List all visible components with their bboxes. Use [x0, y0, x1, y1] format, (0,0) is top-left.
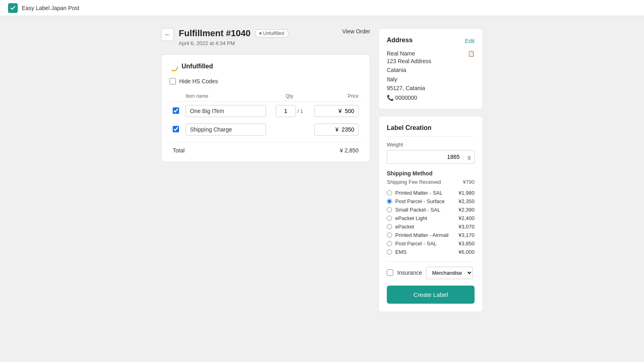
- shipping-option: EMS¥6,000: [387, 249, 475, 255]
- shipping-option: ePacket¥3,070: [387, 224, 475, 230]
- merchandise-select[interactable]: MerchandiseGiftDocumentsSample: [426, 267, 473, 279]
- address-postal: 95127, Catania: [387, 84, 475, 93]
- shipping-label-5[interactable]: Printed Matter - Airmail: [395, 232, 448, 238]
- item-qty-cell: [269, 120, 310, 139]
- insurance-label[interactable]: Insurance: [397, 269, 422, 276]
- item-checkbox-cell: [169, 120, 182, 139]
- items-table: Item name Qty Price / 1: [169, 91, 362, 139]
- unfulfilled-icon: [169, 63, 178, 72]
- shipping-fee-label: Shipping Fee Received: [387, 179, 441, 185]
- shipping-price-0: ¥1,980: [458, 190, 475, 196]
- top-bar: Easy Label Japan Post: [0, 0, 644, 16]
- item-price-cell: [310, 102, 362, 121]
- insurance-row: Insurance MerchandiseGiftDocumentsSample: [387, 267, 475, 279]
- item-price-cell: [310, 120, 362, 139]
- shipping-label-2[interactable]: Small Packet - SAL: [395, 207, 440, 213]
- col-item-name: Item name: [182, 91, 269, 102]
- status-badge: Unfulfilled: [255, 29, 289, 37]
- label-creation-card: Label Creation Weight g Shipping Method …: [378, 116, 483, 312]
- page-header-left: ← Fulfillment #1040 Unfulfilled April 6,…: [161, 28, 289, 46]
- shipping-radio-0[interactable]: [387, 190, 392, 195]
- shipping-label-6[interactable]: Post Parcel - SAL: [395, 241, 437, 247]
- weight-input[interactable]: [387, 150, 475, 164]
- edit-address-link[interactable]: Edit: [465, 38, 475, 44]
- shipping-options: Printed Matter - SAL¥1,980Post Parcel - …: [387, 190, 475, 255]
- shipping-label-7[interactable]: EMS: [395, 249, 407, 255]
- copy-icon[interactable]: 📋: [468, 50, 475, 57]
- phone-icon: 📞: [387, 95, 394, 101]
- shipping-method-title: Shipping Method: [387, 170, 475, 177]
- svg-point-0: [170, 64, 178, 71]
- page-title: Fulfillment #1040 Unfulfilled: [179, 28, 289, 39]
- item-qty-input-0[interactable]: [276, 105, 296, 117]
- total-row: Total ¥ 2,850: [169, 142, 362, 154]
- app-title: Easy Label Japan Post: [22, 5, 79, 11]
- address-name: Real Name: [387, 50, 415, 57]
- fulfillment-card: Unfulfilled Hide HS Codes Item name Qty …: [161, 54, 370, 162]
- shipping-price-6: ¥3,850: [458, 241, 475, 247]
- shipping-price-2: ¥2,390: [458, 207, 475, 213]
- shipping-price-4: ¥3,070: [458, 224, 475, 230]
- table-row: [169, 120, 362, 139]
- item-qty-cell: / 1: [269, 102, 310, 121]
- unfulfilled-title: Unfulfilled: [182, 63, 213, 70]
- shipping-option: ePacket Light¥2,400: [387, 215, 475, 221]
- address-name-row: Real Name 📋: [387, 50, 475, 57]
- item-name-cell: [182, 120, 269, 139]
- shipping-fee-received: Shipping Fee Received ¥790: [387, 179, 475, 185]
- page-title-block: Fulfillment #1040 Unfulfilled April 6, 2…: [179, 28, 289, 46]
- item-price-input-0[interactable]: [314, 105, 359, 117]
- item-price-input-1[interactable]: [314, 123, 359, 136]
- shipping-price-3: ¥2,400: [458, 215, 475, 221]
- view-order-link[interactable]: View Order: [342, 28, 370, 35]
- shipping-radio-4[interactable]: [387, 224, 392, 229]
- app-logo: [8, 3, 18, 13]
- shipping-label-4[interactable]: ePacket: [395, 224, 414, 230]
- qty-total: / 1: [296, 108, 303, 114]
- item-checkbox-1[interactable]: [173, 126, 179, 132]
- left-panel: ← Fulfillment #1040 Unfulfilled April 6,…: [161, 28, 370, 319]
- col-qty: Qty: [269, 91, 310, 102]
- shipping-label-0[interactable]: Printed Matter - SAL: [395, 190, 443, 196]
- shipping-option: Printed Matter - Airmail¥3,170: [387, 232, 475, 238]
- shipping-price-5: ¥3,170: [458, 232, 475, 238]
- address-street: 123 Real Address: [387, 57, 475, 66]
- shipping-price-7: ¥6,000: [458, 249, 475, 255]
- shipping-option: Small Packet - SAL¥2,390: [387, 207, 475, 213]
- shipping-radio-2[interactable]: [387, 207, 392, 212]
- shipping-radio-3[interactable]: [387, 216, 392, 221]
- main-content: ← Fulfillment #1040 Unfulfilled April 6,…: [0, 16, 644, 331]
- address-city: Catania: [387, 66, 475, 74]
- shipping-fee-value: ¥790: [463, 179, 475, 185]
- shipping-radio-7[interactable]: [387, 249, 392, 255]
- shipping-radio-6[interactable]: [387, 241, 392, 246]
- shipping-label-1[interactable]: Post Parcel - Surface: [395, 198, 445, 204]
- back-button[interactable]: ←: [161, 28, 174, 41]
- address-country: Italy: [387, 75, 475, 84]
- hide-hs-label[interactable]: Hide HS Codes: [179, 78, 218, 84]
- item-name-input-0[interactable]: [186, 105, 266, 117]
- weight-input-wrap: g: [387, 150, 475, 164]
- right-panel: Address Edit Real Name 📋 123 Real Addres…: [378, 28, 483, 319]
- shipping-option: Post Parcel - SAL¥3,850: [387, 241, 475, 247]
- total-label: Total: [173, 147, 185, 154]
- hide-hs-checkbox[interactable]: [169, 78, 176, 84]
- total-value: ¥ 2,850: [340, 147, 359, 154]
- address-section-title: Address: [387, 37, 413, 44]
- col-price: Price: [310, 91, 362, 102]
- item-name-input-1[interactable]: [186, 123, 266, 136]
- item-checkbox-cell: [169, 102, 182, 121]
- shipping-radio-1[interactable]: [387, 199, 392, 204]
- insurance-checkbox[interactable]: [387, 269, 393, 276]
- shipping-price-1: ¥2,350: [458, 198, 475, 204]
- label-creation-title: Label Creation: [387, 124, 475, 132]
- shipping-label-3[interactable]: ePacket Light: [395, 215, 427, 221]
- shipping-radio-5[interactable]: [387, 232, 392, 238]
- address-header: Address Edit: [387, 37, 475, 45]
- shipping-option: Post Parcel - Surface¥2,350: [387, 198, 475, 204]
- hide-hs-row: Hide HS Codes: [169, 78, 362, 84]
- create-label-button[interactable]: Create Label: [387, 286, 475, 304]
- item-name-cell: [182, 102, 269, 121]
- address-card: Address Edit Real Name 📋 123 Real Addres…: [378, 28, 483, 109]
- item-checkbox-0[interactable]: [173, 107, 179, 114]
